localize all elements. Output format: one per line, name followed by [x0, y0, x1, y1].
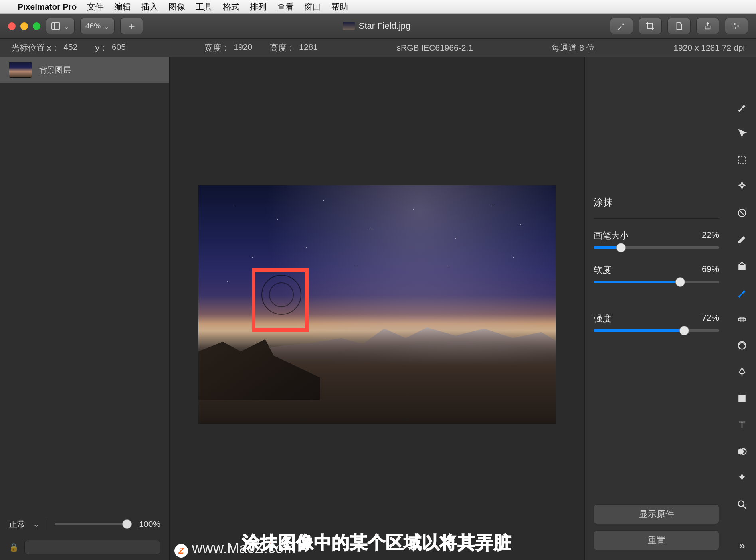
cursor-position: 光标位置 x： 452 y： 605: [11, 42, 126, 53]
cursor-y-label: y：: [95, 42, 108, 53]
plus-icon: +: [129, 20, 135, 32]
svg-rect-6: [738, 156, 746, 164]
layers-footer: 正常 ⌄ 100%: [0, 512, 169, 536]
svg-rect-11: [739, 395, 745, 402]
prop-softness: 软度 69%: [594, 264, 719, 283]
layer-opacity-value: 100%: [139, 519, 160, 529]
crop-button[interactable]: [639, 18, 662, 34]
svg-point-5: [735, 27, 736, 29]
zoom-level-label: 46%: [85, 22, 101, 30]
layers-search-input[interactable]: [24, 540, 160, 554]
divider: [47, 519, 47, 530]
arrange-tool-icon[interactable]: [735, 127, 749, 139]
more-tools-button[interactable]: »: [739, 539, 745, 552]
cursor-x-value: 452: [63, 42, 77, 53]
crop-icon: [645, 21, 655, 31]
document-thumb-icon: [343, 22, 355, 30]
menu-window[interactable]: 窗口: [304, 1, 321, 12]
inspector-title: 涂抹: [594, 196, 719, 209]
share-icon: [703, 21, 712, 31]
color-profile: sRGB IEC61966-2.1: [396, 43, 473, 53]
lock-icon[interactable]: 🔒: [9, 542, 19, 552]
color-tool-icon[interactable]: [735, 207, 749, 219]
type-tool-icon[interactable]: [735, 419, 749, 431]
style-tool-icon[interactable]: [735, 101, 749, 113]
bit-depth: 每通道 8 位: [552, 42, 594, 53]
color-picker-tool-icon[interactable]: [735, 446, 749, 457]
menu-help[interactable]: 帮助: [331, 1, 348, 12]
menu-tools[interactable]: 工具: [196, 1, 212, 12]
toolbar: ⌄ 46% ⌄ + Star Field.jpg: [0, 14, 756, 39]
document-canvas[interactable]: [198, 185, 556, 424]
menu-edit[interactable]: 编辑: [114, 1, 131, 12]
softness-slider[interactable]: [594, 281, 719, 283]
distort-tool-icon[interactable]: [735, 339, 749, 351]
reset-button[interactable]: 重置: [594, 530, 719, 550]
menu-image[interactable]: 图像: [168, 1, 185, 12]
height-value: 1281: [299, 42, 318, 53]
app-name[interactable]: Pixelmator Pro: [18, 2, 77, 12]
info-bar: 光标位置 x： 452 y： 605 宽度： 1920 高度： 1281 sRG…: [0, 39, 756, 57]
selection-tool-icon[interactable]: [735, 154, 749, 166]
settings-button[interactable]: [725, 18, 748, 34]
fill-tool-icon[interactable]: [735, 260, 749, 272]
show-original-button[interactable]: 显示原件: [594, 504, 719, 524]
strength-value: 72%: [702, 313, 719, 325]
effects-tool-icon[interactable]: [735, 472, 749, 484]
strength-slider[interactable]: [594, 329, 719, 332]
cursor-x-label: 光标位置 x：: [11, 42, 59, 53]
svg-rect-0: [52, 23, 60, 29]
page-icon: [675, 21, 683, 31]
menu-arrange[interactable]: 排列: [250, 1, 267, 12]
paint-tool-icon[interactable]: [735, 233, 749, 245]
blend-mode-select[interactable]: 正常: [9, 519, 26, 530]
shape-tool-icon[interactable]: [735, 392, 749, 404]
document-title: Star Field.jpg: [359, 21, 411, 31]
svg-line-15: [744, 506, 746, 509]
sidebar-toggle-button[interactable]: ⌄: [46, 18, 75, 34]
wand-icon: [616, 21, 627, 31]
divider: [594, 218, 719, 219]
watermark-badge-icon: Z: [174, 544, 188, 558]
layer-row[interactable]: 背景图层: [0, 57, 169, 83]
zoom-tool-icon[interactable]: [735, 499, 749, 511]
blend-chevron-icon[interactable]: ⌄: [33, 519, 40, 529]
width-value: 1920: [234, 42, 252, 53]
color-adjustments-button[interactable]: [610, 18, 633, 34]
menu-format[interactable]: 格式: [223, 1, 239, 12]
prop-brush-size: 画笔大小 22%: [594, 230, 719, 249]
brush-size-slider[interactable]: [594, 246, 719, 249]
menu-view[interactable]: 查看: [277, 1, 294, 12]
share-button[interactable]: [696, 18, 719, 34]
tool-rail: »: [728, 57, 756, 560]
magic-select-tool-icon[interactable]: [735, 180, 749, 192]
brush-size-label: 画笔大小: [594, 230, 629, 242]
close-window-button[interactable]: [8, 22, 16, 30]
retouch-tool-icon[interactable]: [735, 286, 749, 298]
zoom-level-button[interactable]: 46% ⌄: [80, 18, 115, 34]
sidebar-icon: [51, 21, 61, 31]
prop-strength: 强度 72%: [594, 313, 719, 332]
annotation-highlight-box: [252, 268, 309, 332]
layer-thumbnail-icon: [9, 62, 32, 78]
cursor-y-value: 605: [112, 42, 126, 53]
chevron-down-icon: ⌄: [103, 22, 109, 31]
svg-point-2: [622, 24, 624, 25]
softness-value: 69%: [702, 264, 719, 276]
export-copy-button[interactable]: [667, 18, 691, 34]
strength-label: 强度: [594, 313, 611, 325]
add-button[interactable]: +: [120, 18, 143, 34]
menu-file[interactable]: 文件: [87, 1, 104, 12]
zoom-window-button[interactable]: [33, 22, 40, 30]
svg-point-4: [737, 25, 739, 27]
window-controls: [8, 22, 40, 30]
layer-opacity-slider[interactable]: [55, 523, 132, 525]
brush-size-value: 22%: [702, 230, 719, 242]
menu-insert[interactable]: 插入: [141, 1, 158, 12]
pen-tool-icon[interactable]: [735, 366, 749, 378]
repair-tool-icon[interactable]: [735, 313, 749, 325]
canvas-area[interactable]: 涂抹图像中的某个区域以将其弄脏 Z www.MacZ.com: [170, 57, 584, 560]
minimize-window-button[interactable]: [20, 22, 28, 30]
doc-dims-dpi: 1920 x 1281 72 dpi: [673, 43, 745, 53]
system-menubar: Pixelmator Pro 文件 编辑 插入 图像 工具 格式 排列 查看 窗…: [0, 0, 756, 14]
